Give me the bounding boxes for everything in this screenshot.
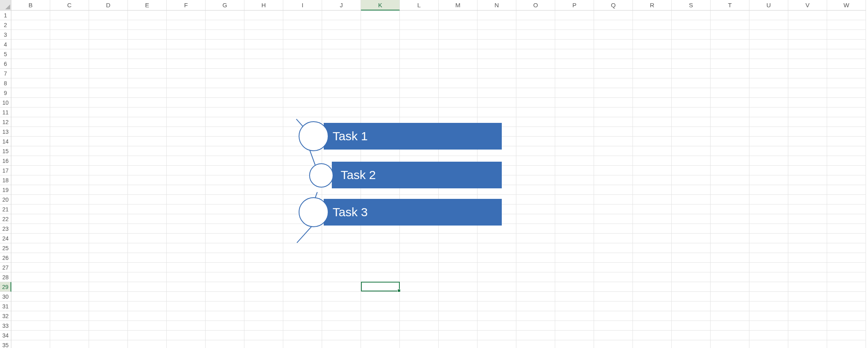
row-header-23[interactable]: 23 [0, 224, 11, 234]
col-header-I[interactable]: I [283, 0, 322, 11]
row-header-11[interactable]: 11 [0, 108, 11, 117]
row-header-20[interactable]: 20 [0, 195, 11, 205]
row-header-2[interactable]: 2 [0, 20, 11, 30]
connector-line-bottom [297, 224, 314, 243]
row-header-34[interactable]: 34 [0, 331, 11, 340]
select-all-triangle-icon [5, 4, 10, 9]
col-header-M[interactable]: M [439, 0, 478, 11]
task-label-1: Task 1 [333, 129, 368, 143]
row-header-22[interactable]: 22 [0, 214, 11, 224]
col-header-D[interactable]: D [89, 0, 128, 11]
col-header-T[interactable]: T [711, 0, 749, 11]
row-header-13[interactable]: 13 [0, 127, 11, 137]
row-header-35[interactable]: 35 [0, 340, 11, 348]
col-header-R[interactable]: R [633, 0, 672, 11]
row-header-8[interactable]: 8 [0, 78, 11, 88]
task-circle-1[interactable] [299, 121, 329, 151]
row-header-15[interactable]: 15 [0, 146, 11, 156]
column-headers: B C D E F G H I J K L M N O P Q R S T U … [0, 0, 868, 11]
col-header-V[interactable]: V [788, 0, 827, 11]
col-header-J[interactable]: J [322, 0, 361, 11]
col-header-C[interactable]: C [50, 0, 89, 11]
row-header-21[interactable]: 21 [0, 205, 11, 214]
row-header-24[interactable]: 24 [0, 234, 11, 243]
col-header-U[interactable]: U [749, 0, 788, 11]
row-header-26[interactable]: 26 [0, 253, 11, 263]
row-header-28[interactable]: 28 [0, 272, 11, 282]
row-header-10[interactable]: 10 [0, 98, 11, 108]
row-header-7[interactable]: 7 [0, 69, 11, 78]
task-label-3: Task 3 [333, 205, 368, 219]
row-header-29[interactable]: 29 [0, 282, 11, 292]
row-header-32[interactable]: 32 [0, 311, 11, 321]
col-header-K[interactable]: K [361, 0, 400, 11]
task-bar-2[interactable]: Task 2 [332, 162, 502, 188]
col-header-F[interactable]: F [167, 0, 206, 11]
col-header-B[interactable]: B [11, 0, 50, 11]
col-header-E[interactable]: E [128, 0, 167, 11]
smartart-graphic[interactable]: Task 1 Task 2 Task 3 [291, 117, 534, 247]
row-header-30[interactable]: 30 [0, 292, 11, 302]
row-header-12[interactable]: 12 [0, 117, 11, 127]
col-header-L[interactable]: L [400, 0, 439, 11]
row-header-16[interactable]: 16 [0, 156, 11, 166]
spreadsheet-grid[interactable]: B C D E F G H I J K L M N O P Q R S T U … [0, 0, 868, 348]
row-header-6[interactable]: 6 [0, 59, 11, 69]
col-header-Q[interactable]: Q [594, 0, 633, 11]
row-header-5[interactable]: 5 [0, 49, 11, 59]
row-headers: 1234567891011121314151617181920212223242… [0, 11, 11, 348]
row-header-33[interactable]: 33 [0, 321, 11, 331]
task-circle-2[interactable] [309, 163, 333, 188]
select-all-corner[interactable] [0, 0, 11, 11]
task-label-2: Task 2 [341, 168, 376, 182]
task-bar-3[interactable]: Task 3 [324, 199, 502, 226]
row-header-14[interactable]: 14 [0, 137, 11, 146]
col-header-W[interactable]: W [827, 0, 866, 11]
row-header-17[interactable]: 17 [0, 166, 11, 175]
task-bar-1[interactable]: Task 1 [324, 123, 502, 150]
row-header-19[interactable]: 19 [0, 185, 11, 195]
row-header-9[interactable]: 9 [0, 88, 11, 98]
col-header-N[interactable]: N [478, 0, 516, 11]
row-header-3[interactable]: 3 [0, 30, 11, 40]
col-header-S[interactable]: S [672, 0, 711, 11]
row-header-31[interactable]: 31 [0, 302, 11, 311]
row-header-18[interactable]: 18 [0, 175, 11, 185]
task-circle-3[interactable] [299, 197, 329, 227]
row-header-4[interactable]: 4 [0, 40, 11, 49]
row-header-27[interactable]: 27 [0, 263, 11, 272]
col-header-H[interactable]: H [244, 0, 283, 11]
row-header-25[interactable]: 25 [0, 243, 11, 253]
col-header-G[interactable]: G [206, 0, 244, 11]
col-header-P[interactable]: P [555, 0, 594, 11]
row-header-1[interactable]: 1 [0, 11, 11, 20]
col-header-O[interactable]: O [516, 0, 555, 11]
